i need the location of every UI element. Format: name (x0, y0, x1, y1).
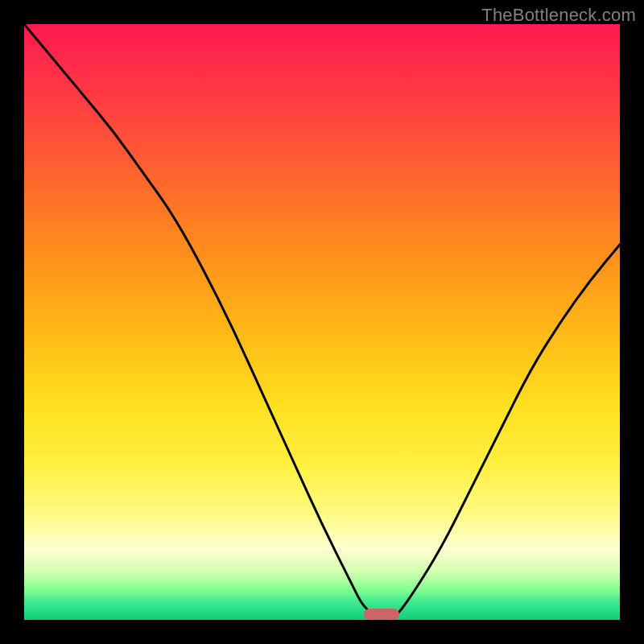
optimal-marker (364, 609, 399, 620)
bottleneck-curve (24, 24, 620, 620)
plot-area (24, 24, 620, 620)
chart-frame: TheBottleneck.com (0, 0, 644, 644)
curve-svg (24, 24, 620, 620)
watermark-text: TheBottleneck.com (481, 5, 636, 26)
